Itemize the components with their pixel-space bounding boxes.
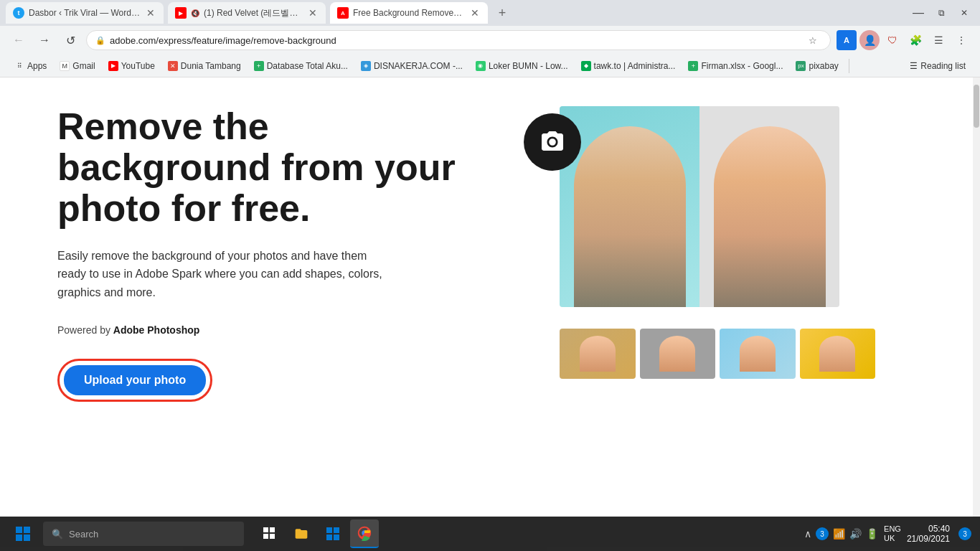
image-area bbox=[517, 106, 832, 321]
svg-rect-6 bbox=[263, 534, 268, 539]
file-explorer-icon bbox=[294, 527, 308, 541]
bookmark-pixabay[interactable]: px pixabay bbox=[790, 60, 844, 72]
system-clock[interactable]: 05:40 21/09/2021 bbox=[907, 524, 950, 544]
disnakerja-icon: ◈ bbox=[361, 61, 371, 71]
url-text: adobe.com/express/feature/image/remove-b… bbox=[110, 35, 800, 46]
tab-1-close[interactable]: ✕ bbox=[145, 6, 156, 20]
more-menu[interactable]: ⋮ bbox=[951, 30, 971, 50]
extensions-icon[interactable]: A bbox=[837, 30, 857, 50]
svg-rect-8 bbox=[326, 527, 332, 533]
tray-icons: ∧ 3 📶 🔊 🔋 bbox=[804, 527, 878, 540]
tray-network-icon[interactable]: 📶 bbox=[833, 528, 845, 540]
bookmark-youtube[interactable]: ▶ YouTube bbox=[103, 60, 161, 72]
ext-icon-3[interactable]: ☰ bbox=[928, 30, 948, 50]
taskbar-search-placeholder: Search bbox=[69, 529, 98, 540]
notification-badge: 3 bbox=[816, 527, 829, 540]
firman-icon: + bbox=[688, 61, 698, 71]
address-bar: ← → ↺ 🔒 adobe.com/express/feature/image/… bbox=[0, 26, 980, 55]
tab-2-close[interactable]: ✕ bbox=[307, 6, 319, 20]
gmail-icon: M bbox=[60, 61, 70, 71]
bookmark-loker[interactable]: ◉ Loker BUMN - Low... bbox=[470, 60, 574, 72]
reading-list-icon: ☰ bbox=[910, 61, 918, 71]
start-button[interactable] bbox=[9, 519, 37, 548]
back-button[interactable]: ← bbox=[9, 30, 29, 50]
tab-2[interactable]: ▶ 🔇 (1) Red Velvet (레드벨벳) - F... ✕ bbox=[168, 2, 326, 24]
reading-list[interactable]: ☰ Reading list bbox=[904, 60, 971, 72]
browser-toolbar: A 👤 🛡 🧩 ☰ ⋮ bbox=[837, 30, 971, 50]
upload-button-wrapper: Upload your photo bbox=[57, 359, 212, 402]
thumbnail-3[interactable] bbox=[720, 329, 796, 379]
tab-2-label: (1) Red Velvet (레드벨벳) - F... bbox=[204, 7, 303, 19]
window-controls: — ⧉ ✕ bbox=[908, 3, 974, 23]
thumbnails-row bbox=[560, 329, 875, 379]
camera-icon bbox=[540, 129, 565, 155]
thumbnail-4[interactable] bbox=[800, 329, 876, 379]
clock-date: 21/09/2021 bbox=[907, 534, 950, 544]
file-explorer-button[interactable] bbox=[287, 519, 316, 548]
youtube-icon: ▶ bbox=[108, 61, 118, 71]
svg-rect-11 bbox=[334, 534, 339, 540]
lang-text: ENGUK bbox=[884, 524, 901, 543]
bookmark-disnakerja[interactable]: ◈ DISNAKERJA.COM -... bbox=[355, 60, 468, 72]
profile-picture[interactable]: 👤 bbox=[859, 30, 880, 50]
forward-button[interactable]: → bbox=[34, 30, 55, 50]
task-view-button[interactable] bbox=[255, 519, 284, 548]
bookmark-pixabay-label: pixabay bbox=[809, 61, 838, 71]
tray-volume-icon[interactable]: 🔊 bbox=[849, 528, 862, 540]
thumbnail-1[interactable] bbox=[560, 329, 636, 379]
bookmark-firman-label: Firman.xlsx - Googl... bbox=[701, 61, 783, 71]
taskbar-search[interactable]: 🔍 Search bbox=[43, 522, 244, 546]
star-icon[interactable]: ☆ bbox=[804, 32, 821, 49]
thumb-1-content bbox=[560, 329, 636, 379]
maximize-button[interactable]: ⧉ bbox=[931, 3, 951, 23]
bookmark-database[interactable]: + Database Total Aku... bbox=[248, 60, 354, 72]
svg-rect-10 bbox=[326, 534, 332, 540]
bookmark-duniatambang[interactable]: ✕ Dunia Tambang bbox=[162, 60, 247, 72]
pixabay-icon: px bbox=[796, 61, 806, 71]
bookmark-gmail[interactable]: M Gmail bbox=[54, 60, 100, 72]
url-bar[interactable]: 🔒 adobe.com/express/feature/image/remove… bbox=[86, 30, 831, 50]
lock-icon: 🔒 bbox=[95, 36, 105, 45]
loker-icon: ◉ bbox=[476, 61, 486, 71]
tab-3[interactable]: A Free Background Remover: Onlin... ✕ bbox=[330, 2, 488, 24]
tray-up-arrow[interactable]: ∧ bbox=[804, 528, 811, 540]
tab-1[interactable]: t Dasbor ‹ Trik Viral — WordPress ✕ bbox=[6, 2, 164, 24]
new-tab-button[interactable]: + bbox=[492, 3, 512, 23]
thumb-4-person bbox=[819, 336, 855, 372]
powered-by-brand: Adobe Photoshop bbox=[113, 324, 200, 336]
thumb-3-person bbox=[740, 336, 776, 372]
scrollbar-thumb[interactable] bbox=[974, 85, 979, 128]
thumbnail-2[interactable] bbox=[640, 329, 716, 379]
minimize-button[interactable]: — bbox=[908, 3, 928, 23]
svg-rect-4 bbox=[263, 527, 268, 532]
language-indicator[interactable]: ENGUK bbox=[884, 524, 901, 543]
close-button[interactable]: ✕ bbox=[954, 3, 974, 23]
svg-rect-2 bbox=[16, 534, 22, 541]
bookmark-apps[interactable]: ⠿ Apps bbox=[9, 60, 52, 72]
taskbar-apps bbox=[255, 519, 379, 548]
store-icon bbox=[326, 527, 339, 540]
scrollbar[interactable] bbox=[973, 77, 980, 517]
svg-rect-0 bbox=[16, 527, 22, 533]
action-center-badge[interactable]: 3 bbox=[958, 527, 971, 540]
chrome-button[interactable] bbox=[350, 519, 379, 548]
reload-button[interactable]: ↺ bbox=[60, 30, 80, 50]
upload-photo-button[interactable]: Upload your photo bbox=[64, 365, 206, 395]
image-right-half bbox=[699, 106, 839, 307]
tab-1-label: Dasbor ‹ Trik Viral — WordPress bbox=[29, 8, 141, 18]
main-demo-image bbox=[560, 106, 839, 307]
ext-icon-1[interactable]: 🛡 bbox=[882, 30, 903, 50]
tray-battery-icon[interactable]: 🔋 bbox=[866, 528, 878, 540]
bookmark-firman[interactable]: + Firman.xlsx - Googl... bbox=[682, 60, 788, 72]
hero-title: Remove the background from your photo fo… bbox=[57, 106, 488, 230]
bookmark-duniatambang-label: Dunia Tambang bbox=[181, 61, 241, 71]
svg-rect-5 bbox=[270, 527, 275, 532]
chrome-icon bbox=[357, 525, 372, 541]
bookmark-database-label: Database Total Aku... bbox=[267, 61, 348, 71]
tab-3-close[interactable]: ✕ bbox=[469, 6, 481, 20]
ext-icon-2[interactable]: 🧩 bbox=[905, 30, 925, 50]
svg-rect-3 bbox=[24, 534, 30, 541]
bookmark-tawk[interactable]: ◆ tawk.to | Administra... bbox=[575, 60, 682, 72]
bookmark-disnakerja-label: DISNAKERJA.COM -... bbox=[374, 61, 463, 71]
store-button[interactable] bbox=[319, 519, 347, 548]
